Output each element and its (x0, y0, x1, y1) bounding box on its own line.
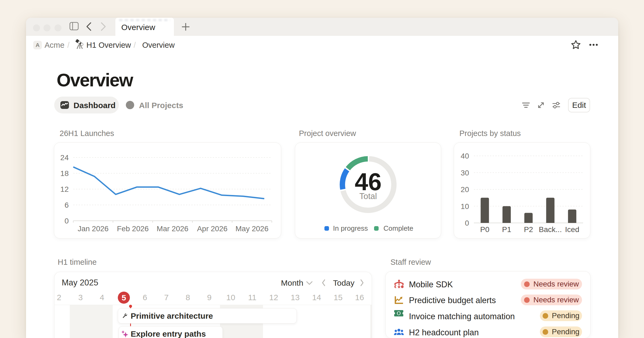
svg-text:Mar 2026: Mar 2026 (157, 225, 188, 233)
svg-text:P2: P2 (524, 225, 533, 234)
svg-text:12: 12 (60, 185, 69, 193)
svg-text:P0: P0 (480, 225, 489, 234)
svg-text:0: 0 (465, 219, 469, 227)
svg-text:24: 24 (60, 153, 69, 162)
svg-text:Jan 2026: Jan 2026 (78, 225, 108, 233)
svg-text:May 2026: May 2026 (236, 225, 269, 233)
svg-text:6: 6 (64, 201, 69, 209)
svg-text:0: 0 (64, 217, 69, 225)
svg-text:Total: Total (359, 192, 377, 201)
svg-text:20: 20 (461, 185, 469, 194)
svg-text:18: 18 (60, 169, 69, 178)
svg-text:Back...: Back... (539, 225, 562, 234)
svg-text:Iced: Iced (565, 225, 579, 234)
svg-text:40: 40 (461, 152, 469, 160)
svg-text:46: 46 (355, 168, 382, 195)
svg-text:30: 30 (461, 169, 469, 177)
svg-text:Apr 2026: Apr 2026 (197, 225, 228, 233)
svg-text:10: 10 (461, 202, 469, 211)
svg-text:Complete: Complete (383, 224, 413, 232)
svg-text:Feb 2026: Feb 2026 (117, 225, 149, 233)
svg-text:In progress: In progress (333, 224, 368, 232)
svg-text:P1: P1 (502, 225, 511, 234)
